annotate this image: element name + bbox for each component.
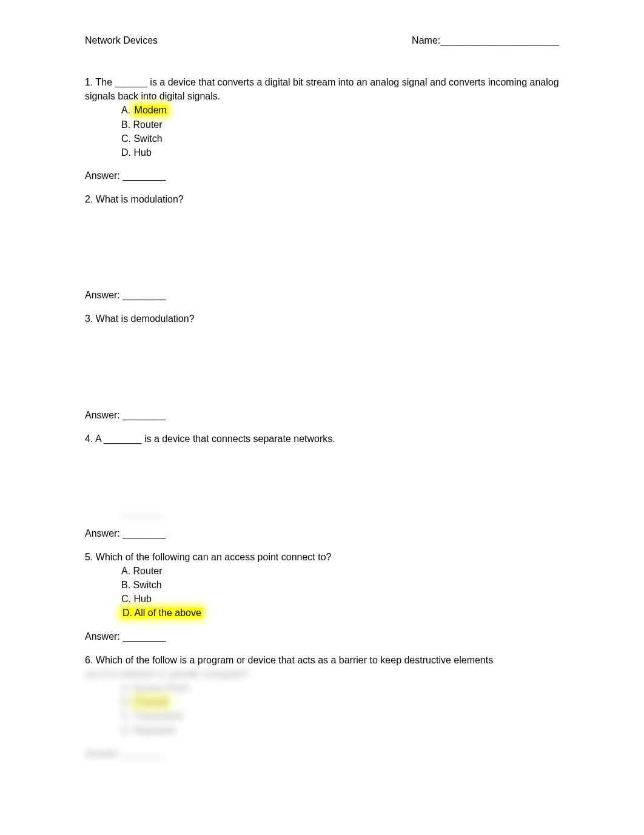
q2-prompt: 2. What is modulation? <box>85 192 559 206</box>
question-5: 5. Which of the following can an access … <box>85 550 559 642</box>
q6-answer: Answer: ________ <box>85 748 559 759</box>
q6-hidden-line: out of a network or specific computer? <box>85 667 559 681</box>
q6-choice-b: B. Firewall <box>121 695 559 709</box>
q1-choices: A. Modem B. Router C. Switch D. Hub <box>121 103 559 159</box>
q5-choice-a: A. Router <box>121 564 559 578</box>
q1-choice-b: B. Router <box>121 118 559 132</box>
q2-answer: Answer: ________ <box>85 290 559 301</box>
q3-answer: Answer: ________ <box>85 410 559 421</box>
header-row: Network Devices Name:___________________… <box>85 35 559 46</box>
q4-prompt: 4. A _______ is a device that connects s… <box>85 432 559 446</box>
q1-a-highlight: Modem <box>133 105 168 115</box>
q5-choices: A. Router B. Switch C. Hub D. All of the… <box>121 564 559 620</box>
question-6: 6. Which of the follow is a program or d… <box>85 653 559 759</box>
q6-choice-c: C. Transceiver <box>121 709 559 723</box>
q4-answer: Answer: ________ <box>85 528 559 539</box>
name-field-label: Name:______________________ <box>412 35 559 46</box>
q4-hidden: ________ <box>121 506 559 517</box>
worksheet-page: Network Devices Name:___________________… <box>0 0 644 806</box>
q1-prompt: 1. The ______ is a device that converts … <box>85 75 559 103</box>
q5-prompt: 5. Which of the following can an access … <box>85 550 559 564</box>
q1-a-prefix: A. <box>121 105 133 115</box>
q6-prompt: 6. Which of the follow is a program or d… <box>85 653 559 667</box>
q6-b-prefix: B. <box>121 697 133 707</box>
question-2: 2. What is modulation? Answer: ________ <box>85 192 559 301</box>
q6-b-highlight: Firewall <box>133 697 169 707</box>
q1-answer: Answer: ________ <box>85 170 559 181</box>
q5-choice-c: C. Hub <box>121 592 559 606</box>
q6-choice-d: D. Repeatrer <box>121 723 559 737</box>
question-1: 1. The ______ is a device that converts … <box>85 75 559 181</box>
q5-d-text: All of the above <box>135 608 201 618</box>
q6-choices: A. Access Point B. Firewall C. Transceiv… <box>121 681 559 737</box>
question-4: 4. A _______ is a device that connects s… <box>85 432 559 539</box>
q1-choice-d: D. Hub <box>121 146 559 159</box>
q5-d-prefix: D. <box>122 608 135 618</box>
q1-choice-c: C. Switch <box>121 132 559 146</box>
page-title: Network Devices <box>85 35 158 46</box>
q1-choice-a: A. Modem <box>121 103 559 117</box>
q5-choice-d: D. All of the above <box>121 606 559 620</box>
q5-choice-b: B. Switch <box>121 578 559 592</box>
question-3: 3. What is demodulation? Answer: _______… <box>85 312 559 420</box>
q3-prompt: 3. What is demodulation? <box>85 312 559 326</box>
q6-choice-a: A. Access Point <box>121 681 559 695</box>
q5-answer: Answer: ________ <box>85 631 559 642</box>
